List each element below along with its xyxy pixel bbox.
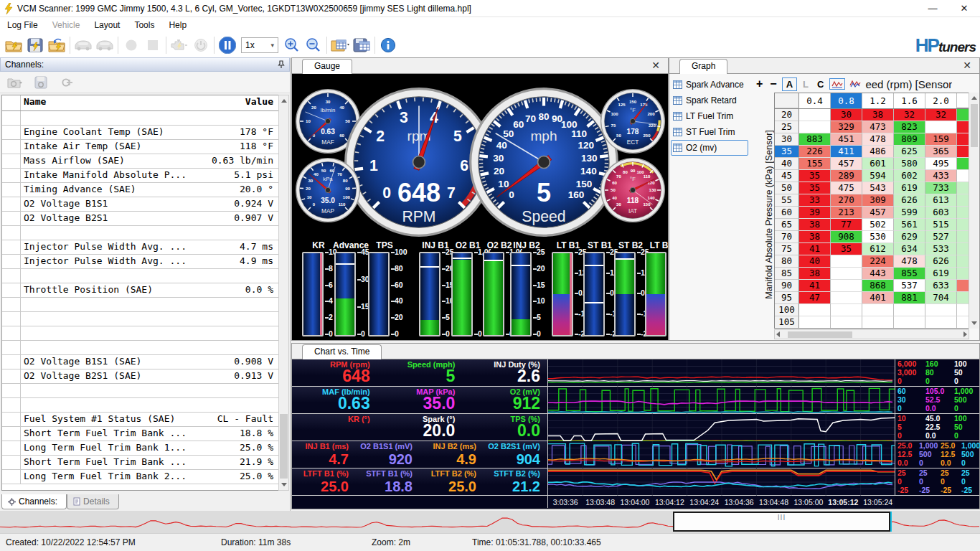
playback-speed-select[interactable]: 1x▾ [241, 37, 278, 53]
grid-cell[interactable]: 602 [894, 170, 925, 182]
grid-row-header[interactable]: 50 [775, 182, 799, 194]
grid-cell[interactable] [831, 304, 862, 316]
grid-l-button[interactable]: L [800, 78, 811, 90]
channel-row[interactable]: Throttle Position (SAE)0.0 % [2, 283, 279, 298]
stop-button[interactable] [142, 35, 164, 55]
channel-row[interactable]: Injector Pulse Width Avg. ...4.9 ms [2, 255, 279, 269]
grid-cell[interactable]: 33 [799, 194, 831, 207]
grid-cell[interactable]: 451 [831, 133, 862, 146]
channels-table[interactable]: NameValueEngine Coolant Temp (SAE)178 °F… [1, 95, 280, 491]
grid-row-header[interactable]: 20 [775, 109, 799, 121]
grid-cell[interactable]: 625 [894, 146, 925, 158]
close-button[interactable]: ✕ [948, 0, 980, 17]
menu-log-file[interactable]: Log File [0, 18, 45, 32]
grid-cell[interactable]: 32 [894, 109, 925, 121]
grid-row-header[interactable]: 55 [775, 194, 799, 207]
grid-cell[interactable]: 309 [862, 194, 894, 207]
grid-row-header[interactable]: 95 [775, 292, 799, 304]
grid-cell[interactable]: 599 [894, 207, 925, 219]
channel-row[interactable]: Injector Pulse Width Avg. ...4.7 ms [2, 240, 279, 255]
grid-cell[interactable]: 580 [894, 158, 925, 170]
grid-cell[interactable]: 35 [831, 243, 862, 255]
grid-cell[interactable]: 495 [925, 158, 957, 170]
scroll-down-arrow[interactable] [969, 318, 979, 329]
channel-row[interactable] [2, 269, 279, 283]
grid-cell[interactable]: 473 [862, 121, 894, 133]
grid-cell[interactable]: 39 [799, 207, 831, 219]
grid-cell[interactable] [831, 280, 862, 292]
grid-cell[interactable]: 626 [925, 255, 957, 268]
overview-zoom-window[interactable]: III [673, 512, 890, 532]
grid-cell[interactable]: 35 [799, 170, 831, 182]
channel-row[interactable]: Long Term Fuel Trim Bank 2...25.0 % [2, 470, 279, 484]
grid-cell[interactable]: 41 [799, 243, 831, 255]
grid-vscrollbar[interactable] [969, 93, 979, 329]
grid-row-header[interactable]: 70 [775, 231, 799, 243]
grid-cell[interactable]: 515 [925, 219, 957, 231]
grid-remove-button[interactable]: − [768, 77, 778, 90]
grid-cell[interactable]: 226 [799, 146, 831, 158]
grid-cell[interactable] [799, 109, 831, 121]
channel-config-save-button[interactable] [30, 72, 52, 93]
grid-cell[interactable] [831, 316, 862, 329]
grid-cell[interactable]: 883 [799, 133, 831, 146]
channel-row[interactable] [2, 384, 279, 398]
grid-row-header[interactable]: 30 [775, 133, 799, 146]
tab-channels[interactable]: Channels: [1, 494, 67, 509]
grid-cell[interactable] [925, 316, 957, 329]
grid-cell[interactable] [799, 304, 831, 316]
grid-cell[interactable]: 32 [925, 109, 957, 121]
engine-diag-button[interactable] [169, 35, 190, 55]
info-button[interactable] [377, 35, 399, 55]
grid-cell[interactable]: 289 [831, 170, 862, 182]
tab-gauge[interactable]: Gauge [302, 59, 352, 74]
scroll-right-arrow[interactable] [963, 331, 967, 337]
menu-vehicle[interactable]: Vehicle [45, 18, 88, 32]
grid-cell[interactable]: 224 [862, 255, 894, 268]
graph-channel-o2-mv-[interactable]: O2 (mv) [671, 140, 748, 156]
grid-cell[interactable]: 908 [831, 231, 862, 243]
grid-cell[interactable]: 475 [831, 182, 862, 194]
grid-cell[interactable] [799, 316, 831, 329]
grid-cell[interactable]: 809 [894, 133, 925, 146]
grid-cell[interactable] [894, 316, 925, 329]
channel-config-open-button[interactable] [4, 72, 26, 93]
channel-row[interactable] [2, 341, 279, 355]
grid-cell[interactable] [925, 121, 957, 133]
waveform-alt-icon[interactable] [848, 79, 862, 89]
grid-cell[interactable] [925, 304, 957, 316]
channel-row[interactable]: Fuel System #1 Status (SAE)CL - Fault [2, 413, 279, 427]
grid-cell[interactable]: 619 [894, 182, 925, 194]
overview-playhead[interactable] [890, 512, 892, 532]
grid-cell[interactable]: 603 [925, 207, 957, 219]
grid-row-header[interactable]: 85 [775, 268, 799, 280]
read-vehicle-button[interactable] [72, 35, 94, 55]
grid-cell[interactable]: 601 [862, 158, 894, 170]
zoom-in-button[interactable] [281, 35, 303, 55]
grid-cell[interactable]: 543 [862, 182, 894, 194]
graph-channel-spark-advance[interactable]: Spark Advance [671, 77, 748, 93]
grid-cell[interactable]: 868 [862, 280, 894, 292]
grid-col-header[interactable]: 0.4 [799, 93, 831, 108]
grid-cell[interactable] [799, 121, 831, 133]
grid-cell[interactable]: 537 [894, 280, 925, 292]
grid-row-header[interactable]: 80 [775, 255, 799, 268]
grid-cell[interactable]: 270 [831, 194, 862, 207]
scroll-left-arrow[interactable] [776, 331, 780, 337]
grid-cell[interactable] [862, 304, 894, 316]
channels-table-header[interactable]: NameValue [2, 95, 279, 111]
channel-row[interactable] [2, 398, 279, 413]
pin-icon[interactable] [278, 60, 285, 69]
grid-cell[interactable]: 30 [831, 109, 862, 121]
log-overview-strip[interactable]: III [0, 511, 980, 533]
add-channel-button[interactable] [56, 72, 77, 93]
channel-row[interactable]: Short Term Fuel Trim Bank ...21.9 % [2, 456, 279, 470]
grid-cell[interactable]: 38 [799, 219, 831, 231]
grid-cell[interactable] [831, 255, 862, 268]
scroll-thumb[interactable] [280, 414, 288, 479]
graph-channel-lt-fuel-trim[interactable]: LT Fuel Trim [671, 108, 748, 124]
grid-cell[interactable]: 457 [862, 207, 894, 219]
grid-cell[interactable]: 38 [799, 231, 831, 243]
grid-cell[interactable] [862, 316, 894, 329]
channel-row[interactable]: O2 Voltage B1S1 (SAE)0.908 V [2, 355, 279, 369]
